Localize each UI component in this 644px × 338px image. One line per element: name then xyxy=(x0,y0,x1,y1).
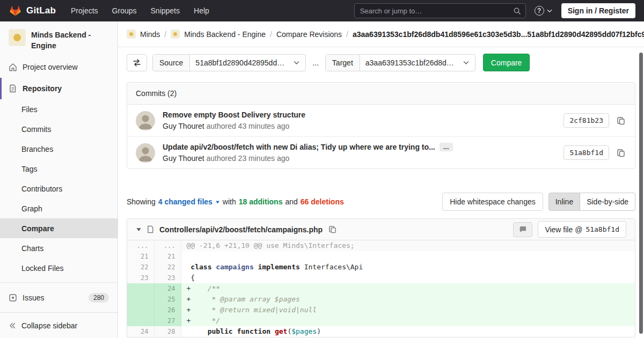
sidebar-item-issues[interactable]: Issues 280 xyxy=(0,287,118,308)
caret-down-icon xyxy=(215,200,220,204)
copy-file-path-button[interactable] xyxy=(327,224,338,234)
commit-actions: 2cf81b23 xyxy=(564,113,626,128)
new-line-number[interactable]: 22 xyxy=(154,262,181,273)
sidebar-item-project-overview[interactable]: Project overview xyxy=(0,56,118,78)
old-line-number[interactable] xyxy=(127,294,154,305)
changed-files-dropdown[interactable]: 4 changed files xyxy=(158,197,220,206)
old-line-number[interactable] xyxy=(127,283,154,294)
sidebar-item-locked-files[interactable]: Locked Files xyxy=(0,258,118,278)
commit-title-link[interactable]: Update api/v2/boost/fetch with new Di al… xyxy=(163,143,435,151)
diff-row: 2121 xyxy=(127,251,635,262)
code-cell xyxy=(181,251,635,262)
new-line-number[interactable]: 25 xyxy=(154,294,181,305)
commit-time: authored 43 minutes ago xyxy=(204,122,290,130)
old-line-number[interactable] xyxy=(127,305,154,315)
nav-item-groups[interactable]: Groups xyxy=(112,6,137,15)
code-cell: class campaigns implements Interfaces\Ap… xyxy=(181,262,635,273)
file-icon xyxy=(147,225,155,233)
repository-subnav: Files Commits Branches Tags Contributors… xyxy=(0,99,118,278)
diff-row: ......@@ -21,6 +21,10 @@ use Minds\Inter… xyxy=(127,240,635,251)
sidebar-item-repository[interactable]: Repository xyxy=(0,78,118,99)
collapse-sidebar-button[interactable]: Collapse sidebar xyxy=(0,312,118,338)
hide-whitespace-button[interactable]: Hide whitespace changes xyxy=(442,193,543,211)
toggle-commit-description-button[interactable]: ... xyxy=(440,143,453,151)
code-token: get xyxy=(275,327,287,335)
new-line-number[interactable]: 23 xyxy=(154,273,181,283)
diff-row: 27+ */ xyxy=(127,315,635,326)
sidebar-item-commits[interactable]: Commits xyxy=(0,119,118,139)
sidebar-project-link[interactable]: Minds Backend - Engine xyxy=(0,21,118,56)
breadcrumb-separator: / xyxy=(270,30,272,39)
old-line-number[interactable]: ... xyxy=(127,240,154,251)
compare-form: Source 51a8bf1d2890d42895dd… ... Target … xyxy=(118,47,644,80)
side-by-side-view-button[interactable]: Side-by-side xyxy=(580,193,635,211)
sign-in-button[interactable]: Sign in / Register xyxy=(561,3,635,18)
toggle-comments-button[interactable] xyxy=(513,222,532,237)
copy-sha-button[interactable] xyxy=(616,115,626,126)
code-token xyxy=(191,295,211,303)
old-line-number[interactable] xyxy=(127,315,154,326)
diff-file-path[interactable]: Controllers/api/v2/boost/fetch/campaigns… xyxy=(159,225,323,234)
new-line-number[interactable]: 24 xyxy=(154,283,181,294)
nav-item-help[interactable]: Help xyxy=(194,6,209,15)
new-line-number[interactable]: 26 xyxy=(154,305,181,315)
project-avatar-small xyxy=(171,30,180,39)
nav-item-projects[interactable]: Projects xyxy=(71,6,98,15)
new-line-number[interactable]: 27 xyxy=(154,315,181,326)
chevron-down-icon xyxy=(546,8,553,14)
new-line-number[interactable]: 21 xyxy=(154,251,181,262)
sidebar-item-files[interactable]: Files xyxy=(0,99,118,119)
copy-sha-button[interactable] xyxy=(616,148,626,158)
code-token: * @param array $pages xyxy=(211,295,299,303)
sidebar-label-issues: Issues xyxy=(23,293,44,302)
new-line-number[interactable]: ... xyxy=(154,240,181,251)
sidebar-item-graph[interactable]: Graph xyxy=(0,199,118,218)
old-line-number[interactable]: 22 xyxy=(127,262,154,273)
sidebar-item-compare[interactable]: Compare xyxy=(0,218,118,238)
commit-time: authored 23 minutes ago xyxy=(204,154,290,163)
nav-item-snippets[interactable]: Snippets xyxy=(151,6,180,15)
search-input[interactable] xyxy=(355,4,525,18)
commit-author-avatar[interactable] xyxy=(136,111,155,130)
new-line-number[interactable]: 28 xyxy=(154,326,181,337)
breadcrumb-compare-revisions[interactable]: Compare Revisions xyxy=(276,30,342,39)
gitlab-logo-link[interactable]: GitLab xyxy=(9,4,56,17)
code-token xyxy=(191,284,207,292)
commit-sha-link[interactable]: 2cf81b23 xyxy=(564,113,609,128)
scrollbar[interactable] xyxy=(639,53,643,334)
commit-author-link[interactable]: Guy Thouret xyxy=(163,122,204,130)
top-navbar: GitLab Projects Groups Snippets Help ? S… xyxy=(0,0,644,21)
code-token xyxy=(254,263,258,271)
home-icon xyxy=(9,63,17,71)
old-line-number[interactable]: 24 xyxy=(127,326,154,337)
sidebar-item-charts[interactable]: Charts xyxy=(0,238,118,258)
sidebar-item-branches[interactable]: Branches xyxy=(0,139,118,159)
view-file-button[interactable]: View file @ 51a8bf1d xyxy=(538,221,626,238)
target-ref-value: a3aa6391353c1bf26d8d… xyxy=(365,58,454,67)
target-ref-dropdown[interactable]: a3aa6391353c1bf26d8d… xyxy=(360,55,475,71)
collapse-file-caret-icon[interactable] xyxy=(136,226,142,232)
commit-title-link[interactable]: Remove empty Boost Delivery structure xyxy=(163,111,305,119)
breadcrumb-project[interactable]: Minds Backend - Engine xyxy=(184,30,266,39)
old-line-number[interactable]: 21 xyxy=(127,251,154,262)
old-line-number[interactable]: 23 xyxy=(127,273,154,283)
search-icon xyxy=(513,7,521,17)
source-ref-dropdown[interactable]: 51a8bf1d2890d42895dd… xyxy=(190,55,305,71)
inline-view-button[interactable]: Inline xyxy=(548,193,580,211)
code-token: function xyxy=(237,327,270,335)
swap-revisions-button[interactable] xyxy=(127,54,147,71)
sidebar-item-tags[interactable]: Tags xyxy=(0,159,118,179)
navbar-right: ? Sign in / Register xyxy=(354,3,635,18)
diff-sign xyxy=(187,252,191,260)
code-cell: + */ xyxy=(181,315,635,326)
sidebar-item-contributors[interactable]: Contributors xyxy=(0,179,118,199)
target-label: Target xyxy=(326,55,360,71)
commit-sha-link[interactable]: 51a8bf1d xyxy=(564,145,609,160)
repository-icon xyxy=(9,84,17,93)
commit-author-avatar[interactable] xyxy=(136,143,155,163)
breadcrumb-group[interactable]: Minds xyxy=(140,30,160,39)
help-dropdown[interactable]: ? xyxy=(535,6,553,16)
compare-button[interactable]: Compare xyxy=(483,54,530,71)
commit-info: Update api/v2/boost/fetch with new Di al… xyxy=(163,143,453,163)
commit-author-link[interactable]: Guy Thouret xyxy=(163,154,204,163)
